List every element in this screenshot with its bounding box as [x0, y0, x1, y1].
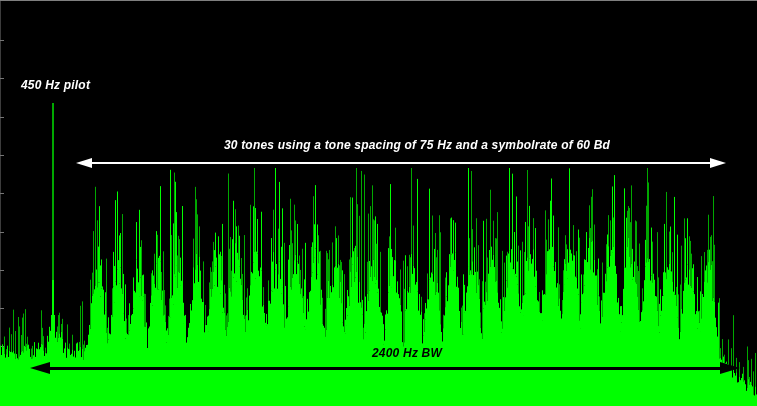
tones-span-arrow — [92, 162, 710, 164]
pilot-label: 450 Hz pilot — [21, 78, 90, 92]
bandwidth-span-arrow — [50, 367, 720, 370]
tones-label: 30 tones using a tone spacing of 75 Hz a… — [224, 138, 610, 152]
spectrum-display: 450 Hz pilot 30 tones using a tone spaci… — [0, 0, 757, 406]
bandwidth-label: 2400 Hz BW — [372, 346, 442, 360]
